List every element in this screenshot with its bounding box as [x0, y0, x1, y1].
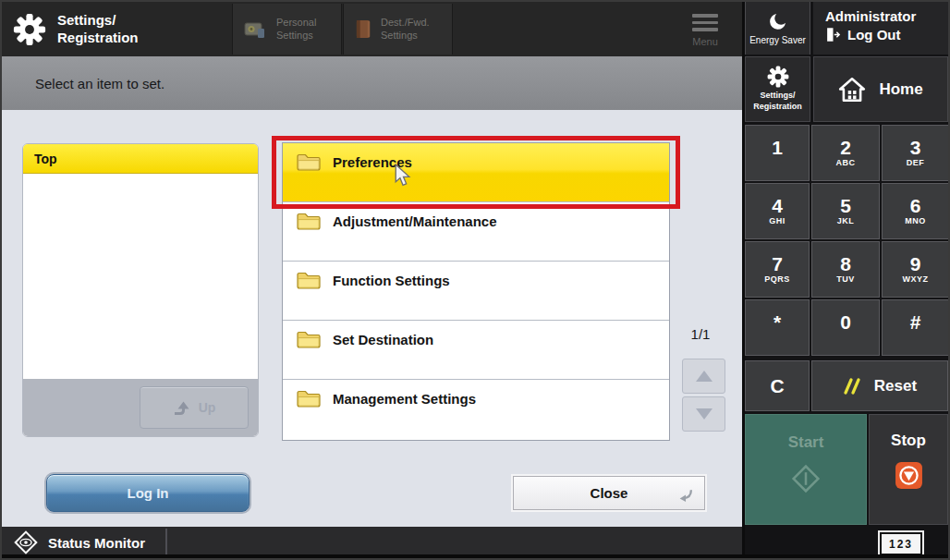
key-8[interactable]: 8TUV — [811, 241, 880, 298]
up-arrow-icon — [173, 399, 191, 417]
message-text: Select an item to set. — [35, 76, 164, 91]
settings-gear-icon — [13, 13, 46, 46]
list-item-label: Function Settings — [333, 273, 450, 288]
list-item-label: Adjustment/Maintenance — [333, 213, 497, 229]
stop-icon — [895, 461, 923, 490]
hardware-key-panel: Energy Saver Administrator Log Out — [742, 2, 948, 558]
home-icon — [838, 77, 866, 103]
key-9[interactable]: 9WXYZ — [882, 241, 949, 298]
energy-saver-label: Energy Saver — [749, 35, 806, 45]
dest-fwd-settings-button[interactable]: Dest./Fwd. Settings — [343, 4, 453, 55]
stop-key[interactable]: Stop — [869, 414, 948, 525]
start-diamond-icon — [786, 459, 825, 498]
touch-area: Settings/ Registration Personal Settings — [2, 2, 742, 558]
list-item-label: Set Destination — [333, 332, 433, 347]
settings-registration-key[interactable]: Settings/ Registration — [745, 56, 810, 122]
status-monitor-icon — [13, 530, 39, 555]
menu-label: Menu — [692, 36, 718, 47]
key-6[interactable]: 6MNO — [882, 183, 949, 239]
list-item-label: Management Settings — [333, 391, 476, 407]
login-user-area[interactable]: Administrator Log Out — [813, 2, 948, 55]
folder-icon — [296, 330, 322, 349]
log-out-label: Log Out — [847, 27, 900, 43]
hamburger-icon — [692, 14, 718, 31]
counter-check-key[interactable]: 123 — [880, 532, 922, 555]
key-star[interactable]: * — [745, 299, 810, 356]
reset-label: Reset — [874, 377, 917, 396]
address-book-icon — [355, 18, 372, 40]
key-7[interactable]: 7PQRS — [745, 241, 810, 298]
top-header: Settings/ Registration Personal Settings — [2, 2, 742, 56]
list-item-preferences[interactable]: Preferences — [283, 143, 669, 202]
up-button-label: Up — [199, 400, 216, 415]
folder-icon — [296, 212, 322, 231]
up-triangle-icon — [696, 371, 712, 382]
log-in-button[interactable]: Log In — [46, 474, 250, 512]
message-bar: Select an item to set. — [2, 56, 742, 110]
settings-list: Preferences Adjustment/Maintenance Funct… — [282, 142, 670, 441]
list-item-adjustment-maintenance[interactable]: Adjustment/Maintenance — [283, 202, 669, 262]
mouse-cursor — [393, 164, 412, 189]
numeric-keypad: 1 2ABC 3DEF 4GHI 5JKL 6MNO 7PQRS 8TUV 9W… — [745, 125, 949, 358]
key-5[interactable]: 5JKL — [811, 183, 880, 239]
close-label: Close — [591, 485, 628, 501]
key-3[interactable]: 3DEF — [882, 125, 949, 181]
page-title: Settings/ Registration — [57, 12, 139, 47]
dest-fwd-settings-label: Dest./Fwd. Settings — [381, 17, 430, 43]
log-out-icon — [825, 27, 841, 43]
reset-key[interactable]: Reset — [811, 360, 948, 411]
close-button[interactable]: Close — [513, 476, 705, 510]
key-hash[interactable]: # — [882, 299, 949, 356]
tree-panel: Top Up — [22, 143, 259, 437]
menu-button[interactable]: Menu — [670, 7, 740, 54]
start-key[interactable]: Start — [745, 414, 867, 525]
settings-gear-icon — [767, 66, 789, 88]
energy-saver-button[interactable]: Energy Saver — [745, 2, 810, 55]
up-button[interactable]: Up — [140, 386, 249, 429]
logged-in-user: Administrator — [825, 8, 948, 24]
tree-panel-title: Top — [23, 144, 258, 174]
folder-icon — [296, 389, 322, 408]
stop-label: Stop — [891, 432, 926, 450]
settings-registration-label: Settings/ Registration — [753, 91, 802, 112]
key-0[interactable]: 0 — [811, 299, 880, 356]
reset-slashes-icon — [843, 378, 863, 395]
personal-settings-icon — [244, 19, 268, 40]
moon-icon — [768, 11, 788, 31]
divider — [165, 529, 167, 556]
page-up-button[interactable] — [682, 359, 725, 394]
home-key[interactable]: Home — [813, 56, 948, 122]
printer-touchscreen: Settings/ Registration Personal Settings — [0, 0, 950, 560]
down-triangle-icon — [696, 408, 712, 420]
home-label: Home — [879, 80, 922, 99]
status-monitor-button[interactable]: Status Monitor — [48, 535, 145, 551]
page-indicator: 1/1 — [675, 326, 726, 342]
list-item-management-settings[interactable]: Management Settings — [283, 380, 669, 438]
start-label: Start — [788, 433, 824, 452]
screen-bottom-edge — [2, 554, 948, 558]
key-1[interactable]: 1 — [745, 125, 810, 181]
key-4[interactable]: 4GHI — [745, 183, 810, 239]
list-item-set-destination[interactable]: Set Destination — [283, 321, 669, 380]
tree-panel-footer: Up — [23, 379, 258, 436]
page-down-button[interactable] — [682, 396, 725, 432]
page-title-group: Settings/ Registration — [13, 2, 139, 56]
clear-key[interactable]: C — [745, 360, 810, 411]
personal-settings-label: Personal Settings — [276, 17, 316, 43]
tree-panel-body — [23, 174, 258, 379]
list-item-function-settings[interactable]: Function Settings — [283, 262, 669, 321]
status-bar: Status Monitor — [2, 527, 742, 558]
personal-settings-button[interactable]: Personal Settings — [232, 4, 342, 55]
return-arrow-icon — [677, 489, 693, 503]
folder-icon — [296, 152, 322, 172]
key-2[interactable]: 2ABC — [811, 125, 880, 181]
folder-icon — [296, 271, 322, 290]
main-content: Top Up Pr — [2, 110, 742, 527]
